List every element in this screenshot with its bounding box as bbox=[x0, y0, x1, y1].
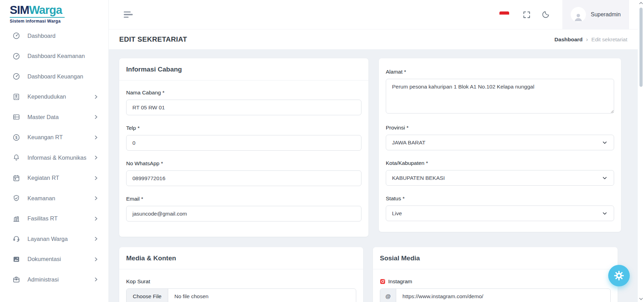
chevron-up-icon bbox=[639, 2, 643, 5]
breadcrumb-dashboard-link[interactable]: Dashboard bbox=[554, 36, 582, 43]
card-body: Alamat * Perum pesona kahuripan 1 Blok A… bbox=[379, 58, 621, 228]
sidebar-item-keamanan[interactable]: Keamanan bbox=[0, 188, 108, 209]
sidebar-item-label: Dokumentasi bbox=[27, 256, 61, 262]
scrollbar-thumb[interactable] bbox=[639, 8, 643, 87]
chevron-right-icon bbox=[93, 195, 98, 201]
page-title: EDIT SEKRETARIAT bbox=[119, 35, 187, 43]
sidebar-item-label: Kependudukan bbox=[27, 93, 66, 100]
sidebar-item-label: Dashboard Keuangan bbox=[27, 73, 83, 80]
sidebar-item-label: Keuangan RT bbox=[27, 134, 63, 141]
nama-cabang-input[interactable] bbox=[126, 100, 361, 115]
app-root: SIMWarga Sistem informasi Warga Dashboar… bbox=[0, 0, 644, 302]
briefcase-icon bbox=[13, 276, 20, 283]
top-header: Superadmin bbox=[109, 0, 644, 30]
chevron-right-icon bbox=[93, 257, 98, 262]
telp-group: Telp * bbox=[126, 125, 361, 151]
breadcrumb-separator-icon: › bbox=[586, 36, 588, 43]
email-input[interactable] bbox=[126, 206, 361, 221]
dashboard-icon bbox=[13, 73, 20, 80]
status-label: Status * bbox=[386, 195, 614, 202]
logo-underline bbox=[10, 17, 65, 18]
card-title: Media & Konten bbox=[126, 254, 176, 262]
form-row-2: Media & Konten Kop Surat Choose File No … bbox=[119, 247, 632, 302]
page-title-bar: EDIT SEKRETARIAT Dashboard › Edit sekret… bbox=[109, 30, 644, 49]
file-status-text: No file chosen bbox=[168, 289, 215, 302]
provinsi-label: Provinsi * bbox=[386, 125, 614, 131]
fullscreen-icon bbox=[522, 10, 531, 19]
form-row-1: Informasi Cabang Nama Cabang * Telp * No… bbox=[119, 58, 632, 237]
chevron-right-icon bbox=[93, 216, 98, 221]
main-content: Informasi Cabang Nama Cabang * Telp * No… bbox=[109, 49, 638, 302]
chevron-right-icon bbox=[93, 135, 98, 140]
sidebar-item-master-data[interactable]: Master Data bbox=[0, 107, 108, 127]
dark-mode-toggle[interactable] bbox=[541, 10, 550, 19]
status-value: Live bbox=[392, 210, 402, 217]
nama-cabang-label: Nama Cabang * bbox=[126, 90, 361, 96]
breadcrumb-current: Edit sekretariat bbox=[592, 36, 627, 43]
instagram-url-input[interactable] bbox=[396, 289, 610, 302]
kota-select[interactable]: KABUPATEN BEKASI bbox=[386, 170, 614, 186]
chevron-down-icon bbox=[602, 175, 608, 181]
status-select[interactable]: Live bbox=[386, 205, 614, 221]
card-body: Kop Surat Choose File No file chosen bbox=[119, 269, 363, 302]
fullscreen-button[interactable] bbox=[522, 10, 531, 19]
sidebar-nav: Dashboard Dashboard Keamanan Dashboard K… bbox=[0, 26, 108, 290]
sidebar-item-label: Informasi & Komunikasi bbox=[27, 154, 86, 161]
chevron-down-icon bbox=[602, 140, 608, 146]
calendar-icon bbox=[13, 174, 20, 182]
user-name: Superadmin bbox=[591, 11, 621, 18]
sidebar-item-label: Administrasi bbox=[27, 276, 59, 283]
kota-label: Kota/Kabupaten * bbox=[386, 160, 614, 166]
sidebar-item-layanan-warga[interactable]: Layanan Warga bbox=[0, 229, 108, 249]
logo-text: SIMWarga bbox=[10, 3, 108, 17]
sidebar-item-keuangan-rt[interactable]: $ Keuangan RT bbox=[0, 127, 108, 148]
sidebar-item-dashboard-keuangan[interactable]: Dashboard Keuangan bbox=[0, 66, 108, 87]
sidebar-item-dashboard-keamanan[interactable]: Dashboard Keamanan bbox=[0, 46, 108, 67]
telp-input[interactable] bbox=[126, 135, 361, 151]
kop-surat-file-input: Choose File No file chosen bbox=[126, 288, 356, 302]
chevron-right-icon bbox=[93, 236, 98, 242]
sidebar-item-label: Dashboard Keamanan bbox=[27, 53, 85, 59]
choose-file-button[interactable]: Choose File bbox=[127, 289, 168, 302]
database-icon bbox=[13, 113, 20, 121]
whatsapp-label: No WhatsApp * bbox=[126, 160, 361, 167]
kop-surat-label: Kop Surat bbox=[126, 278, 356, 285]
chevron-right-icon bbox=[93, 175, 98, 181]
chevron-right-icon bbox=[93, 114, 98, 120]
scroll-down-button[interactable] bbox=[639, 297, 643, 300]
sidebar-item-label: Fasilitas RT bbox=[27, 215, 58, 222]
telp-label: Telp * bbox=[126, 125, 361, 131]
breadcrumb: Dashboard › Edit sekretariat bbox=[554, 36, 627, 43]
user-menu[interactable]: Superadmin bbox=[562, 0, 629, 29]
scroll-up-button[interactable] bbox=[639, 2, 643, 5]
logo-warga: Warga bbox=[29, 3, 62, 16]
app-logo[interactable]: SIMWarga Sistem informasi Warga bbox=[0, 0, 108, 24]
sidebar-item-label: Layanan Warga bbox=[27, 236, 68, 242]
status-group: Status * Live bbox=[386, 195, 614, 221]
language-flag-indonesia-icon[interactable] bbox=[499, 11, 509, 18]
sidebar-toggle-button[interactable] bbox=[124, 11, 133, 18]
card-header: Media & Konten bbox=[119, 247, 363, 269]
provinsi-select[interactable]: JAWA BARAT bbox=[386, 135, 614, 150]
id-card-icon bbox=[13, 93, 20, 101]
sidebar-item-dokumentasi[interactable]: Dokumentasi bbox=[0, 249, 108, 270]
sidebar-item-kependudukan[interactable]: Kependudukan bbox=[0, 87, 108, 107]
sidebar-item-dashboard[interactable]: Dashboard bbox=[0, 26, 108, 46]
sidebar-item-administrasi[interactable]: Administrasi bbox=[0, 269, 108, 290]
sosial-media-card: Sosial Media Instagram @ bbox=[373, 247, 618, 302]
sidebar-item-kegiatan-rt[interactable]: Kegiatan RT bbox=[0, 168, 108, 188]
scrollbar bbox=[638, 0, 644, 302]
sidebar-item-fasilitas-rt[interactable]: Fasilitas RT bbox=[0, 209, 108, 229]
instagram-label: Instagram bbox=[388, 278, 412, 285]
provinsi-group: Provinsi * JAWA BARAT bbox=[386, 125, 614, 150]
card-header: Sosial Media bbox=[373, 247, 618, 269]
whatsapp-input[interactable] bbox=[126, 170, 361, 186]
avatar bbox=[571, 7, 586, 22]
user-icon bbox=[573, 12, 584, 22]
sidebar-item-informasi-komunikasi[interactable]: Informasi & Komunikasi bbox=[0, 148, 108, 168]
settings-fab[interactable] bbox=[608, 265, 630, 286]
whatsapp-group: No WhatsApp * bbox=[126, 160, 361, 186]
informasi-cabang-card: Informasi Cabang Nama Cabang * Telp * No… bbox=[119, 58, 368, 237]
chevron-right-icon bbox=[93, 277, 98, 282]
alamat-textarea[interactable]: Perum pesona kahuripan 1 Blok A1 No.102 … bbox=[386, 79, 614, 114]
